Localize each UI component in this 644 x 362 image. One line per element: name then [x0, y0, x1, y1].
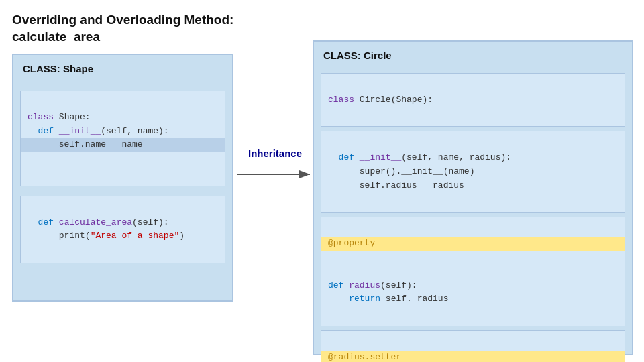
- circle-code-line-0: class Circle(Shape):: [328, 95, 433, 105]
- shape-code-line-5: print("Area of a shape"): [28, 231, 184, 241]
- shape-code-line-4: def calculate_area(self):: [28, 217, 169, 227]
- circle-code-line-3: self.radius = radius: [328, 180, 464, 190]
- panel-circle: CLASS: Circle class Circle(Shape): def _…: [313, 40, 633, 355]
- circle-code-line-1: def __init__(self, name, radius):: [328, 152, 511, 162]
- circle-code-line-8: @radius.setter: [321, 351, 625, 362]
- shape-code-line-2: def __init__(self, name):: [28, 126, 169, 136]
- circle-code-block-0: class Circle(Shape):: [321, 73, 625, 127]
- shape-code-line-3: self.name = name: [21, 138, 225, 152]
- circle-code-line-6: def radius(self):: [328, 280, 417, 290]
- page-title: Overriding and Overloading Method: calcu…: [12, 12, 233, 45]
- inheritance-area: Inheritance: [228, 147, 322, 184]
- inheritance-arrow: [235, 164, 315, 184]
- circle-code-line-4: @property: [321, 237, 625, 251]
- shape-code-line-1: class Shape:: [28, 112, 91, 122]
- inheritance-label: Inheritance: [248, 147, 302, 159]
- panel-circle-title: CLASS: Circle: [314, 42, 632, 66]
- panel-shape-title: CLASS: Shape: [13, 55, 232, 80]
- shape-code-block-2: def calculate_area(self): print("Area of…: [20, 196, 225, 263]
- circle-code-block-3: @radius.setter def radius(self, value): …: [321, 330, 625, 362]
- panel-shape: CLASS: Shape class Shape: def __init__(s…: [12, 54, 233, 302]
- title-line1: Overriding and Overloading Method:: [12, 13, 233, 27]
- circle-code-block-1: def __init__(self, name, radius): super(…: [321, 131, 625, 213]
- circle-code-line-2: super().__init__(name): [328, 166, 474, 176]
- circle-code-line-7: return self._radius: [328, 294, 448, 304]
- title-line2: calculate_area: [12, 29, 100, 44]
- circle-code-block-2: @property def radius(self): return self.…: [321, 217, 625, 326]
- shape-code-block-1: class Shape: def __init__(self, name): s…: [20, 90, 225, 186]
